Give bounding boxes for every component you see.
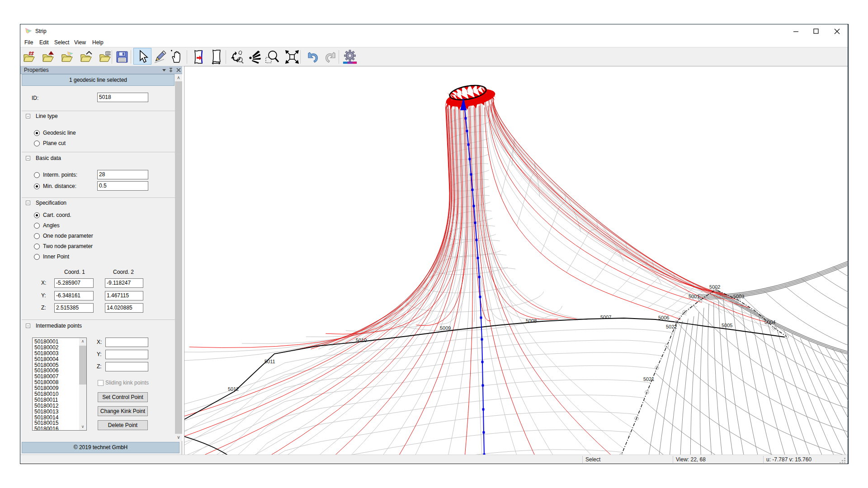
- svg-text:5002: 5002: [709, 284, 720, 290]
- svg-text:5007: 5007: [600, 314, 611, 320]
- svg-text:5012: 5012: [228, 386, 239, 392]
- svg-text:5003: 5003: [733, 294, 744, 299]
- svg-text:5009: 5009: [440, 325, 451, 331]
- svg-text:5011: 5011: [264, 359, 275, 364]
- svg-text:5006: 5006: [658, 315, 669, 320]
- svg-text:5021: 5021: [643, 376, 654, 382]
- svg-text:5005: 5005: [722, 323, 732, 328]
- svg-text:5008: 5008: [526, 318, 537, 324]
- svg-text:5010: 5010: [356, 338, 367, 343]
- svg-text:5022: 5022: [666, 324, 677, 329]
- svg-text:5004: 5004: [764, 319, 775, 325]
- svg-text:5001: 5001: [689, 294, 699, 299]
